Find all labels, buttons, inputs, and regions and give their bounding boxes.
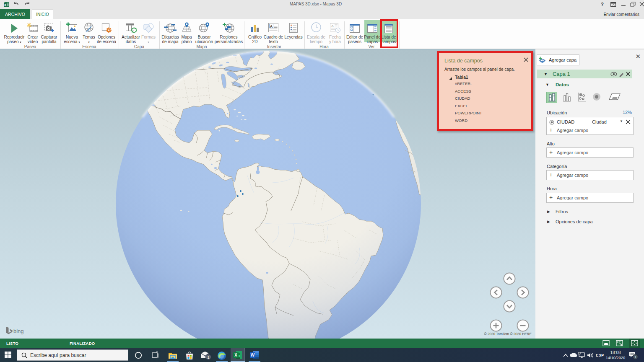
- svg-text:A: A: [270, 24, 273, 28]
- svg-text:1: 1: [634, 355, 636, 359]
- svg-text:X: X: [234, 353, 237, 357]
- svg-text:© 2020 TomTom © 2020 HERE: © 2020 TomTom © 2020 HERE: [484, 332, 532, 336]
- svg-text:W: W: [251, 353, 255, 357]
- svg-text:1: 1: [207, 355, 209, 359]
- svg-text:X: X: [4, 3, 7, 7]
- svg-text:bing: bing: [13, 328, 24, 334]
- svg-text:A: A: [331, 24, 334, 28]
